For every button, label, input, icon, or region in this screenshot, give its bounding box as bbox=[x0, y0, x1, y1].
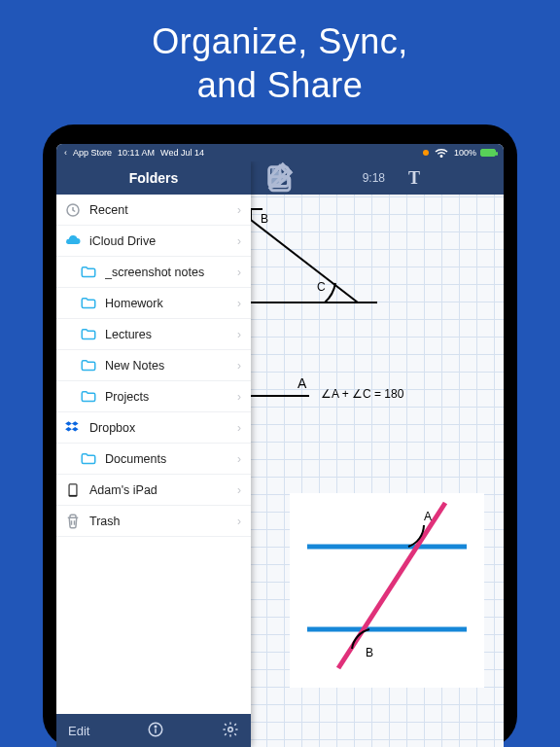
sidebar-title: Folders bbox=[56, 161, 251, 195]
chevron-right-icon: › bbox=[237, 359, 241, 373]
sidebar-item--screenshot-notes[interactable]: _screenshot notes› bbox=[56, 257, 251, 288]
label-B: B bbox=[261, 212, 268, 226]
label-B2: B bbox=[366, 646, 373, 659]
sidebar-item-projects[interactable]: Projects› bbox=[56, 381, 251, 412]
sidebar-item-recent[interactable]: Recent› bbox=[56, 195, 251, 226]
trash-icon bbox=[56, 513, 89, 530]
sidebar-item-label: Homework bbox=[105, 297, 237, 310]
folder-icon bbox=[72, 326, 105, 343]
sidebar-item-label: Documents bbox=[105, 452, 237, 466]
wifi-icon bbox=[433, 144, 450, 162]
icloud-icon bbox=[56, 232, 89, 250]
folder-list[interactable]: Recent›iCloud Drive›_screenshot notes›Ho… bbox=[56, 195, 251, 714]
app-body: 9:18 T bbox=[56, 161, 504, 747]
folder-icon bbox=[72, 388, 105, 406]
svg-point-18 bbox=[228, 727, 233, 731]
sidebar-item-label: Adam's iPad bbox=[89, 483, 237, 497]
svg-point-17 bbox=[155, 726, 157, 728]
sidebar-footer: Edit bbox=[56, 714, 251, 747]
chevron-right-icon: › bbox=[237, 266, 241, 279]
folders-sidebar: Folders Recent›iCloud Drive›_screenshot … bbox=[56, 161, 251, 747]
sidebar-item-adam-s-ipad[interactable]: Adam's iPad› bbox=[56, 475, 251, 506]
sidebar-item-new-notes[interactable]: New Notes› bbox=[56, 350, 251, 381]
folder-icon bbox=[72, 357, 105, 374]
svg-rect-12 bbox=[70, 484, 77, 495]
battery-icon bbox=[480, 149, 496, 157]
chevron-right-icon: › bbox=[237, 421, 241, 435]
edit-button[interactable]: Edit bbox=[68, 724, 89, 738]
sidebar-item-homework[interactable]: Homework› bbox=[56, 288, 251, 319]
sidebar-item-label: _screenshot notes bbox=[105, 266, 237, 279]
equation-text: ∠A + ∠C = 180 bbox=[321, 387, 403, 401]
tablet-frame: ‹ App Store 10:11 AM Wed Jul 14 100% bbox=[43, 124, 517, 747]
gear-icon[interactable] bbox=[222, 721, 239, 741]
statusbar-date: Wed Jul 14 bbox=[160, 148, 204, 158]
info-icon[interactable] bbox=[147, 721, 164, 741]
chevron-right-icon: › bbox=[237, 515, 241, 528]
chevron-right-icon: › bbox=[237, 297, 241, 310]
hero-title: Organize, Sync, and Share bbox=[0, 0, 560, 107]
sidebar-item-label: New Notes bbox=[105, 359, 237, 373]
recording-indicator-icon bbox=[423, 150, 429, 156]
sidebar-item-icloud-drive[interactable]: iCloud Drive› bbox=[56, 226, 251, 257]
back-chevron-icon: ‹ bbox=[64, 148, 67, 158]
chevron-right-icon: › bbox=[237, 203, 241, 217]
label-C: C bbox=[317, 280, 326, 294]
sidebar-item-label: Trash bbox=[89, 515, 237, 528]
chevron-right-icon: › bbox=[237, 234, 241, 248]
sidebar-item-documents[interactable]: Documents› bbox=[56, 444, 251, 475]
chevron-right-icon: › bbox=[237, 328, 241, 341]
folder-icon bbox=[72, 450, 105, 468]
screen: ‹ App Store 10:11 AM Wed Jul 14 100% bbox=[56, 144, 504, 747]
sidebar-item-trash[interactable]: Trash› bbox=[56, 506, 251, 537]
folder-icon bbox=[72, 295, 105, 312]
sidebar-item-label: iCloud Drive bbox=[89, 234, 237, 248]
sidebar-item-label: Lectures bbox=[105, 328, 237, 341]
chevron-right-icon: › bbox=[237, 390, 241, 404]
ipad-icon bbox=[56, 481, 89, 499]
label-A2: A bbox=[424, 510, 432, 523]
label-A: A bbox=[298, 375, 306, 391]
status-bar: ‹ App Store 10:11 AM Wed Jul 14 100% bbox=[56, 144, 504, 161]
battery-percent: 100% bbox=[454, 148, 476, 158]
clock-icon bbox=[56, 201, 89, 219]
sidebar-item-lectures[interactable]: Lectures› bbox=[56, 319, 251, 350]
dropbox-icon bbox=[56, 419, 89, 437]
sidebar-item-label: Recent bbox=[89, 203, 237, 217]
statusbar-back-label[interactable]: App Store bbox=[73, 148, 112, 158]
chevron-right-icon: › bbox=[237, 452, 241, 466]
sidebar-item-label: Projects bbox=[105, 390, 237, 404]
svg-point-0 bbox=[440, 156, 442, 158]
sidebar-item-dropbox[interactable]: Dropbox› bbox=[56, 412, 251, 444]
sidebar-item-label: Dropbox bbox=[89, 421, 237, 435]
statusbar-time: 10:11 AM bbox=[118, 148, 155, 158]
folder-icon bbox=[72, 264, 105, 281]
chevron-right-icon: › bbox=[237, 483, 241, 497]
